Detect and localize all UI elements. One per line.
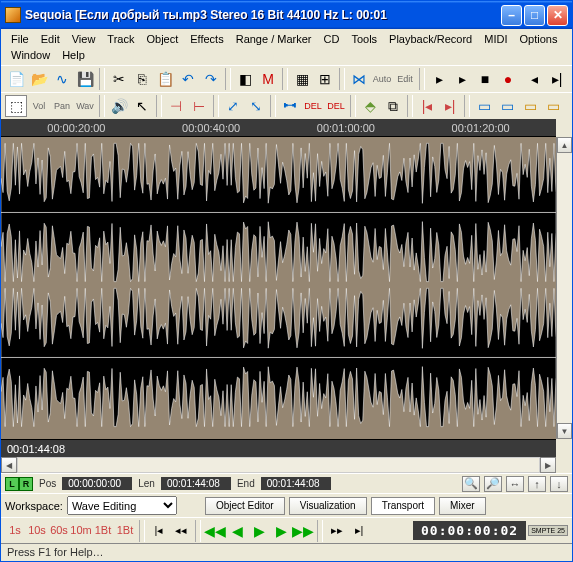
workspace-select[interactable]: Wave Editing — [67, 496, 177, 515]
glue-button[interactable]: ⧉ — [382, 95, 404, 117]
titlebar[interactable]: Sequoia [Если добрый ты.mp3 Stereo 16 Bi… — [1, 1, 572, 29]
zoom-v-in-button[interactable]: ↑ — [528, 476, 546, 492]
pos-value[interactable]: 00:00:00:00 — [62, 477, 132, 490]
menu-range-marker[interactable]: Range / Marker — [230, 31, 318, 47]
snap-button[interactable]: ⊞ — [314, 68, 336, 90]
close-button[interactable]: ✕ — [547, 5, 568, 26]
tab-mixer[interactable]: Mixer — [439, 497, 485, 515]
play-start-button[interactable]: ▸ — [428, 68, 450, 90]
end-value[interactable]: 00:01:44:08 — [261, 477, 331, 490]
marker-60s[interactable]: 60s — [49, 520, 69, 540]
cut-button[interactable]: ✂ — [108, 68, 130, 90]
copy-button[interactable]: ⎘ — [131, 68, 153, 90]
auto-button[interactable]: Auto — [371, 68, 393, 90]
region-d-button[interactable]: ▭ — [542, 95, 564, 117]
play-fwd-button[interactable]: ▶ — [271, 521, 291, 541]
undo-button[interactable]: ↶ — [177, 68, 199, 90]
region-a-button[interactable]: ▭ — [473, 95, 495, 117]
menu-object[interactable]: Object — [140, 31, 184, 47]
del-right-button[interactable]: DEL — [325, 95, 347, 117]
waveform-display[interactable] — [1, 137, 556, 439]
menu-window[interactable]: Window — [5, 47, 56, 63]
horizontal-scrollbar[interactable]: ◀ ▶ — [1, 457, 556, 473]
vertical-scrollbar[interactable]: ▲ ▼ — [556, 137, 572, 439]
edit-button[interactable]: Edit — [394, 68, 416, 90]
menu-tools[interactable]: Tools — [345, 31, 383, 47]
record-button[interactable]: ● — [497, 68, 519, 90]
trim-in-button[interactable]: ⊣ — [165, 95, 187, 117]
marker-10s[interactable]: 10s — [27, 520, 47, 540]
marker-1bt-a[interactable]: 1Bt — [93, 520, 113, 540]
stop-button[interactable]: ■ — [474, 68, 496, 90]
select-tool[interactable]: ⬚ — [5, 95, 27, 117]
play-fast-fwd-button[interactable]: ▶▶ — [293, 521, 313, 541]
menu-options[interactable]: Options — [513, 31, 563, 47]
marker-button[interactable]: M — [257, 68, 279, 90]
region-c-button[interactable]: ▭ — [519, 95, 541, 117]
tab-visualization[interactable]: Visualization — [289, 497, 367, 515]
paste-button[interactable]: 📋 — [154, 68, 176, 90]
split-button[interactable]: ⧿ — [279, 95, 301, 117]
menu-playback-record[interactable]: Playback/Record — [383, 31, 478, 47]
scroll-up-icon[interactable]: ▲ — [557, 137, 572, 153]
range-right-button[interactable]: ▸| — [439, 95, 461, 117]
menu-effects[interactable]: Effects — [184, 31, 229, 47]
del-left-button[interactable]: DEL — [302, 95, 324, 117]
menu-midi[interactable]: MIDI — [478, 31, 513, 47]
trim-out-button[interactable]: ⊢ — [188, 95, 210, 117]
left-channel-indicator[interactable]: L — [5, 477, 19, 491]
play-button[interactable]: ▸ — [451, 68, 473, 90]
timeline-ruler[interactable]: 00:00:20:00 00:00:40:00 00:01:00:00 00:0… — [1, 119, 556, 137]
ffwd-button[interactable]: ▸▸ — [327, 521, 347, 541]
tab-transport[interactable]: Transport — [371, 497, 435, 515]
crossfade-button[interactable]: ⋈ — [348, 68, 370, 90]
redo-button[interactable]: ↷ — [200, 68, 222, 90]
menu-edit[interactable]: Edit — [35, 31, 66, 47]
next-button[interactable]: ▸| — [546, 68, 568, 90]
zoom-out-button[interactable]: 🔎 — [484, 476, 502, 492]
range-left-button[interactable]: |◂ — [416, 95, 438, 117]
to-start-button[interactable]: |◂ — [149, 521, 169, 541]
region-b-button[interactable]: ▭ — [496, 95, 518, 117]
wave-button[interactable]: ∿ — [51, 68, 73, 90]
scroll-down-icon[interactable]: ▼ — [557, 423, 572, 439]
scroll-track[interactable] — [17, 457, 540, 473]
fade-out-button[interactable]: ⤡ — [245, 95, 267, 117]
menu-track[interactable]: Track — [101, 31, 140, 47]
vol-tool[interactable]: Vol — [28, 95, 50, 117]
rewind-button[interactable]: ◂◂ — [171, 521, 191, 541]
zoom-v-out-button[interactable]: ↓ — [550, 476, 568, 492]
zoom-in-button[interactable]: 🔍 — [462, 476, 480, 492]
right-channel-indicator[interactable]: R — [19, 477, 33, 491]
scroll-right-icon[interactable]: ▶ — [540, 457, 556, 473]
timecode-display[interactable]: 00:00:00:02 — [413, 521, 526, 540]
grid-button[interactable]: ▦ — [291, 68, 313, 90]
new-button[interactable]: 📄 — [5, 68, 27, 90]
play-rev-button[interactable]: ◀ — [227, 521, 247, 541]
prev-button[interactable]: ◂ — [523, 68, 545, 90]
marker-1s[interactable]: 1s — [5, 520, 25, 540]
save-button[interactable]: 💾 — [74, 68, 96, 90]
pan-tool[interactable]: Pan — [51, 95, 73, 117]
smpte-indicator[interactable]: SMPTE 25 — [528, 525, 568, 536]
menu-help[interactable]: Help — [56, 47, 91, 63]
fade-in-button[interactable]: ⤢ — [222, 95, 244, 117]
play-fast-rev-button[interactable]: ◀◀ — [205, 521, 225, 541]
env-button[interactable]: ⬘ — [359, 95, 381, 117]
open-button[interactable]: 📂 — [28, 68, 50, 90]
scroll-track[interactable] — [557, 153, 572, 423]
maximize-button[interactable]: □ — [524, 5, 545, 26]
marker-10m[interactable]: 10m — [71, 520, 91, 540]
scroll-left-icon[interactable]: ◀ — [1, 457, 17, 473]
menu-file[interactable]: File — [5, 31, 35, 47]
menu-view[interactable]: View — [66, 31, 102, 47]
wav-tool[interactable]: Wav — [74, 95, 96, 117]
minimize-button[interactable]: – — [501, 5, 522, 26]
marker-1bt-b[interactable]: 1Bt — [115, 520, 135, 540]
speaker-icon[interactable]: 🔊 — [108, 95, 130, 117]
zoom-fit-button[interactable]: ↔ — [506, 476, 524, 492]
len-value[interactable]: 00:01:44:08 — [161, 477, 231, 490]
to-end-button[interactable]: ▸| — [349, 521, 369, 541]
tab-object-editor[interactable]: Object Editor — [205, 497, 285, 515]
mixer-button[interactable]: ◧ — [234, 68, 256, 90]
